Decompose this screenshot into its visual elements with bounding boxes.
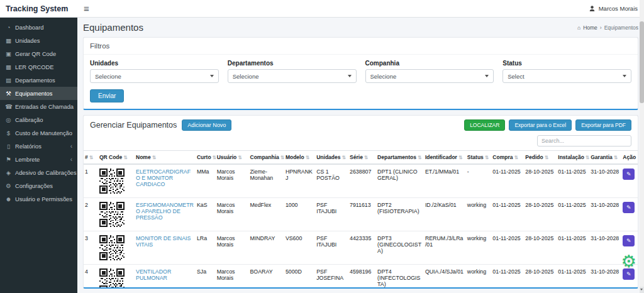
status-select[interactable]: Select [502, 69, 631, 83]
hamburger-menu-icon[interactable]: ≡ [84, 4, 89, 13]
sidebar-item-calibracao[interactable]: ◎Calibração [0, 113, 77, 126]
scan-icon: ▩ [5, 64, 12, 70]
sidebar-item-usuario-e-permissoes[interactable]: ☻Usuário e Permissões‹ [0, 192, 77, 206]
column-header-nome[interactable]: Nome⇅ [135, 151, 196, 165]
cell-garantia: 31-10-2028 [589, 198, 621, 231]
cell-serie: 7911613 [348, 198, 376, 231]
column-header-identificador[interactable]: Identificador⇅ [424, 151, 466, 165]
sidebar-item-label: Equipamentos [15, 91, 52, 97]
column-header-instalacao[interactable]: Instalação⇅ [557, 151, 589, 165]
sidebar-item-label: Configurações [15, 183, 53, 189]
column-header-modelo[interactable]: Modelo⇅ [284, 151, 315, 165]
sort-icon: ⇅ [152, 155, 156, 160]
sidebar-item-label: Calibração [15, 117, 43, 123]
sidebar-item-entradas-de-chamada[interactable]: ☎Entradas de Chamada‹ [0, 100, 77, 113]
edit-button[interactable]: ✎ [623, 169, 635, 180]
column-header-curto[interactable]: Curto⇅ [196, 151, 216, 165]
column-header-status[interactable]: Status⇅ [466, 151, 492, 165]
sidebar-item-equipamentos[interactable]: ⚒Equipamentos [0, 87, 77, 100]
sidebar-item-gerar-qr-code[interactable]: ▣Gerar QR Code [0, 47, 77, 60]
cell-nome: ELETROCARDIGRAFO E MONITOR CARDIACO [135, 164, 196, 198]
table-row: 4 VENTILADOR PULMONAR SJa Marcos Morais … [84, 265, 638, 289]
sort-icon: ⇅ [545, 155, 548, 160]
column-header-companhia[interactable]: Companhia⇅ [249, 151, 284, 165]
user-name: Marcos Morais [599, 5, 638, 12]
equipments-card: Gerenciar Equipamentos Adicionar Novo LO… [83, 115, 638, 289]
unidades-select[interactable]: Selecione [90, 69, 219, 83]
unidades-label: Unidades [90, 60, 219, 67]
cell-modelo: 1000 [284, 198, 315, 231]
equipment-name-link[interactable]: ESFIGMOMANOMETRO APARELHO DE PRESSÃO [136, 202, 194, 221]
scrollbar-track[interactable] [640, 0, 644, 293]
column-header-serie[interactable]: Série⇅ [348, 151, 376, 165]
departamentos-select[interactable]: Selecione [228, 69, 357, 83]
departamentos-label: Departamentos [228, 60, 357, 67]
sidebar-menu: ◔Dashboard ▦Unidades ▣Gerar QR Code ▩LER… [0, 18, 77, 206]
column-header-acao: Ação [621, 151, 638, 165]
breadcrumb-home-link[interactable]: Home [583, 25, 597, 31]
column-header-num[interactable]: #⇅ [84, 151, 98, 165]
sidebar-item-departamentos[interactable]: ▤Departamentos [0, 74, 77, 87]
companhia-select[interactable]: Selecione [365, 69, 494, 83]
departments-icon: ▤ [5, 77, 12, 84]
cell-instalacao: 01-11-2025 [557, 231, 589, 265]
sidebar-item-label: LER QRCODE [15, 64, 53, 70]
gear-icon: ⚙ [5, 182, 12, 189]
table-row: 1 ELETROCARDIGRAFO E MONITOR CARDIACO MM… [84, 164, 638, 198]
search-input[interactable] [537, 135, 631, 146]
sidebar-item-relatorios[interactable]: ▯Relatórios‹ [0, 140, 77, 153]
sidebar-item-dashboard[interactable]: ◔Dashboard [0, 21, 77, 34]
equipment-name-link[interactable]: MONITOR DE SINAIS VITAIS [136, 235, 191, 248]
edit-button[interactable]: ✎ [623, 202, 635, 213]
export-pdf-button[interactable]: Exportar para PDF [575, 119, 631, 131]
qr-code-image [99, 169, 125, 194]
column-header-qrcode[interactable]: QR Code⇅ [98, 151, 135, 165]
column-header-compra[interactable]: Compra⇅ [491, 151, 524, 165]
scrollbar-thumb[interactable] [640, 21, 644, 103]
column-header-unidades[interactable]: Unidades⇅ [315, 151, 348, 165]
caret-down-icon [210, 75, 214, 77]
qr-code-image [99, 268, 125, 289]
sidebar-item-unidades[interactable]: ▦Unidades [0, 34, 77, 47]
sidebar-item-label: Usuário e Permissões [15, 196, 72, 202]
sidebar-item-adesivo-de-calibracoes[interactable]: ◈Adesivo de Calibrações [0, 166, 77, 179]
localizar-button[interactable]: LOCALIZAR [464, 119, 505, 131]
breadcrumb: ⌂ Home › Equipamentos [577, 25, 638, 31]
enviar-button[interactable]: Enviar [90, 89, 124, 102]
column-header-garantia[interactable]: Garantia⇅ [589, 151, 621, 165]
sidebar-item-lembrete[interactable]: ⚑Lembrete‹ [0, 153, 77, 166]
sidebar-item-label: Custo de Manutenção [15, 130, 72, 136]
dollar-icon: $ [5, 130, 12, 136]
cell-unidades: PSF ITAJUBI [315, 198, 348, 231]
qr-code-image [99, 235, 125, 260]
export-excel-button[interactable]: Exportar para o Excel [509, 119, 572, 131]
topbar: ≡ Marcos Morais [77, 0, 644, 18]
user-menu[interactable]: Marcos Morais [589, 5, 638, 12]
column-label: Instalação [558, 154, 584, 160]
floating-gear-icon[interactable]: ⚙ [621, 253, 636, 270]
sort-icon: ⇅ [123, 155, 127, 160]
column-label: Identificador [425, 154, 457, 160]
equipment-name-link[interactable]: ELETROCARDIGRAFO E MONITOR CARDIACO [136, 169, 191, 187]
sidebar-item-custo-de-manutencao[interactable]: $Custo de Manutenção [0, 126, 77, 140]
column-header-usuario[interactable]: Usuário⇅ [216, 151, 249, 165]
sort-icon: ⇅ [341, 155, 345, 160]
sidebar: Tracking System ◔Dashboard ▦Unidades ▣Ge… [0, 0, 77, 293]
sort-icon: ⇅ [586, 155, 589, 160]
scroll-down-button[interactable] [640, 287, 644, 293]
user-icon [589, 5, 596, 12]
column-label: Compra [492, 154, 513, 160]
equipment-name-link[interactable]: VENTILADOR PULMONAR [136, 268, 171, 281]
column-header-pedido[interactable]: Pedido⇅ [524, 151, 557, 165]
sidebar-item-ler-qrcode[interactable]: ▩LER QRCODE [0, 60, 77, 74]
reminder-icon: ⚑ [5, 156, 12, 163]
sidebar-item-configuracoes[interactable]: ⚙Configurações [0, 179, 77, 192]
sticker-icon: ◈ [5, 169, 12, 176]
add-new-button[interactable]: Adicionar Novo [182, 119, 231, 131]
cell-curto: SJa [196, 265, 216, 289]
companhia-label: Companhia [365, 60, 494, 67]
cell-pedido: 28-10-2025 [524, 231, 557, 265]
calibration-icon: ◎ [5, 116, 12, 123]
edit-button[interactable]: ✎ [623, 235, 635, 246]
column-header-departamentos[interactable]: Departamentos⇅ [376, 151, 424, 165]
